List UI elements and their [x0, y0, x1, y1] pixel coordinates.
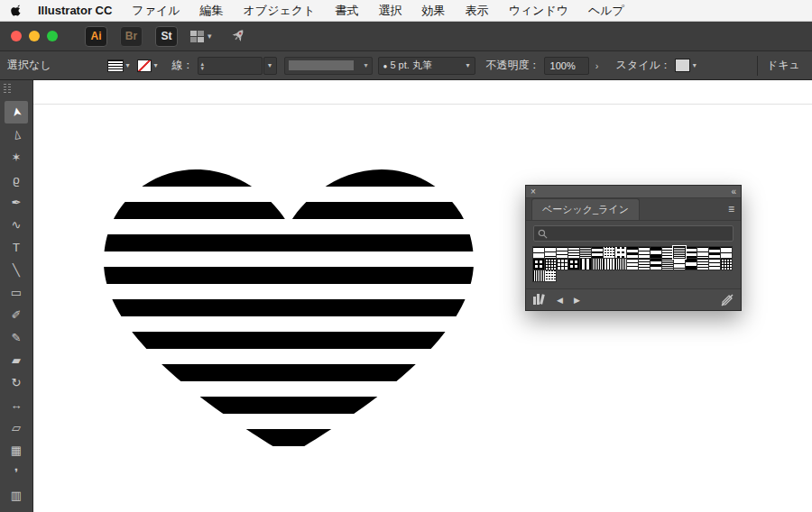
pattern-swatch-21[interactable]: [580, 259, 591, 270]
menu-edit[interactable]: 編集: [200, 3, 224, 19]
stroke-weight-field[interactable]: ▴▾: [198, 57, 263, 75]
menu-file[interactable]: ファイル: [132, 3, 180, 19]
pattern-swatch-10[interactable]: [651, 247, 661, 258]
free-transform-tool[interactable]: ▱: [5, 416, 28, 439]
pattern-swatch-13[interactable]: [686, 247, 697, 258]
menu-effect[interactable]: 効果: [421, 3, 445, 19]
graph-tool[interactable]: ▥: [5, 484, 28, 507]
minimize-window-button[interactable]: [29, 31, 40, 41]
pattern-swatch-9[interactable]: [639, 247, 650, 258]
curvature-tool[interactable]: ∿: [5, 214, 28, 236]
pattern-swatch-25[interactable]: [627, 259, 638, 270]
bridge-icon[interactable]: Br: [120, 26, 143, 47]
pattern-swatch-8[interactable]: [627, 247, 638, 258]
next-library-button[interactable]: ▶: [574, 296, 580, 305]
brush-definition-value: 5 pt. 丸筆: [390, 59, 431, 70]
pattern-swatch-5[interactable]: [592, 247, 603, 258]
pattern-swatch-24[interactable]: [615, 259, 626, 270]
stroke-weight-dropdown[interactable]: ▾: [263, 57, 277, 75]
pattern-swatch-17[interactable]: [533, 259, 544, 270]
pattern-swatch-26[interactable]: [639, 259, 650, 270]
zoom-window-button[interactable]: [47, 31, 58, 41]
swatch-search-field[interactable]: [533, 225, 734, 242]
eyedropper-tool[interactable]: ❜: [5, 462, 28, 484]
pattern-swatch-0[interactable]: [533, 247, 544, 258]
pattern-swatch-16[interactable]: [721, 247, 732, 258]
direct-selection-tool[interactable]: ▻: [5, 123, 28, 146]
panel-menu-icon[interactable]: ≡: [728, 203, 734, 215]
pattern-swatch-19[interactable]: [557, 259, 567, 270]
mesh-tool[interactable]: ▦: [5, 439, 28, 462]
line-segment-tool[interactable]: ╲: [5, 259, 28, 281]
control-bar-divider: [757, 56, 758, 76]
pattern-swatch-2[interactable]: [557, 247, 567, 258]
apple-menu-icon[interactable]: [11, 4, 23, 17]
panel-close-button[interactable]: ×: [531, 187, 536, 197]
pattern-swatch-34[interactable]: [533, 270, 544, 281]
menu-help[interactable]: ヘルプ: [588, 3, 624, 19]
menu-select[interactable]: 選択: [378, 3, 401, 19]
style-dropdown[interactable]: ▾: [675, 59, 697, 72]
pen-tool[interactable]: ✒: [5, 191, 28, 214]
opacity-options-button[interactable]: ›: [591, 57, 604, 75]
pattern-swatch-23[interactable]: [604, 259, 614, 270]
stock-icon[interactable]: St: [155, 26, 178, 47]
pattern-swatch-18[interactable]: [545, 259, 556, 270]
type-tool[interactable]: T: [5, 236, 28, 259]
pattern-swatch-32[interactable]: [709, 259, 720, 270]
width-tool[interactable]: ↔: [5, 394, 28, 416]
gpu-performance-rocket-icon[interactable]: [230, 28, 246, 44]
eraser-tool[interactable]: ▰: [5, 349, 28, 371]
menu-type[interactable]: 書式: [335, 3, 358, 19]
toolbar-grip[interactable]: [4, 84, 12, 94]
pattern-swatch-7[interactable]: [615, 247, 626, 258]
selection-status: 選択なし: [7, 58, 51, 73]
fill-color-dropdown[interactable]: ▾: [107, 59, 130, 72]
pattern-swatch-11[interactable]: [662, 247, 673, 258]
close-window-button[interactable]: [11, 31, 22, 41]
width-profile-dropdown[interactable]: ▾: [284, 57, 373, 75]
previous-library-button[interactable]: ◀: [557, 296, 563, 305]
stroke-color-dropdown[interactable]: ▾: [137, 59, 158, 72]
swatch-libraries-menu-icon[interactable]: [533, 294, 546, 306]
tools-container: ➤▻✶ϱ✒∿T╲▭✐✎▰↻↔▱▦❜▥: [0, 101, 32, 507]
menu-view[interactable]: 表示: [465, 3, 488, 19]
striped-heart-artwork[interactable]: [103, 169, 475, 456]
lasso-tool[interactable]: ϱ: [5, 169, 28, 191]
canvas[interactable]: × « ベーシック_ライン ≡: [33, 80, 812, 512]
pattern-swatch-6[interactable]: [604, 247, 614, 258]
document-setup-button[interactable]: ドキュ: [767, 58, 805, 73]
pattern-swatch-35[interactable]: [545, 270, 556, 281]
magic-wand-tool[interactable]: ✶: [5, 146, 28, 169]
opacity-input[interactable]: 100%: [544, 57, 589, 75]
selection-tool[interactable]: ➤: [5, 101, 28, 123]
menu-window[interactable]: ウィンドウ: [508, 3, 568, 19]
swatch-grid: [533, 247, 732, 281]
pencil-tool[interactable]: ✎: [5, 326, 28, 349]
pattern-swatch-27[interactable]: [651, 259, 661, 270]
pattern-swatch-20[interactable]: [568, 259, 579, 270]
panel-collapse-button[interactable]: «: [731, 187, 736, 197]
pattern-swatch-28[interactable]: [662, 259, 673, 270]
pattern-swatch-12[interactable]: [674, 247, 685, 258]
menu-object[interactable]: オブジェクト: [244, 3, 316, 19]
pattern-swatch-3[interactable]: [568, 247, 579, 258]
pattern-swatch-33[interactable]: [721, 259, 732, 270]
panel-tab-basic-line[interactable]: ベーシック_ライン: [531, 198, 640, 220]
pattern-swatch-31[interactable]: [697, 259, 708, 270]
rotate-tool[interactable]: ↻: [5, 371, 28, 394]
pattern-swatch-15[interactable]: [709, 247, 720, 258]
pattern-swatch-14[interactable]: [697, 247, 708, 258]
rectangle-tool[interactable]: ▭: [5, 281, 28, 304]
pattern-swatch-4[interactable]: [580, 247, 591, 258]
brush-definition-dropdown[interactable]: ●5 pt. 丸筆 ▾: [378, 57, 475, 75]
stroke-weight-input[interactable]: [204, 60, 245, 71]
pattern-swatch-22[interactable]: [592, 259, 603, 270]
swatch-search-input[interactable]: [551, 228, 729, 239]
app-menu[interactable]: Illustrator CC: [38, 4, 112, 17]
pattern-swatch-1[interactable]: [545, 247, 556, 258]
paintbrush-tool[interactable]: ✐: [5, 304, 28, 326]
workspace-switcher[interactable]: ▾: [190, 31, 212, 42]
pattern-swatch-30[interactable]: [686, 259, 697, 270]
pattern-swatch-29[interactable]: [674, 259, 685, 270]
